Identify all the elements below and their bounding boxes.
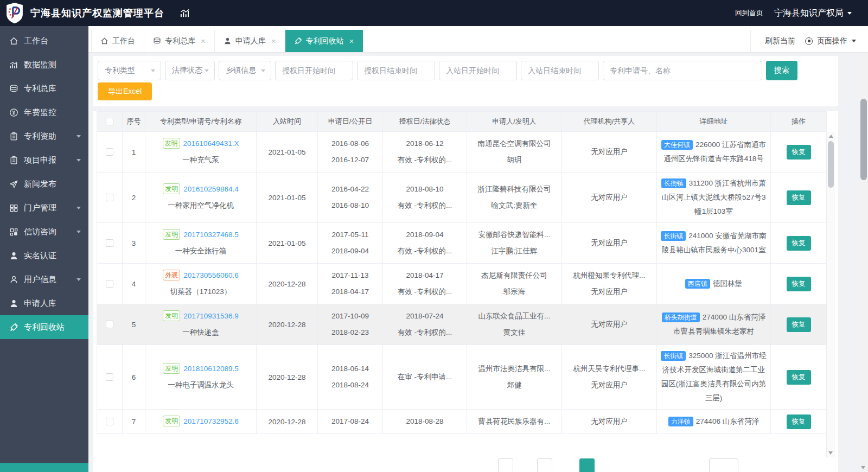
row-checkbox[interactable] (106, 194, 113, 201)
page-actions-menu[interactable]: 页面操作 (805, 36, 856, 46)
restore-button[interactable]: 恢复 (787, 317, 811, 332)
org-user-menu[interactable]: 宁海县知识产权局 (774, 8, 852, 19)
pagination-current-page[interactable] (579, 458, 595, 472)
patent-number-link[interactable]: 201710732952.6 (183, 417, 238, 425)
tab-applicant-library[interactable]: 申请人库× (215, 30, 285, 52)
app-header: 宁海县知识产权监测管理平台 回到首页 宁海县知识产权局 (0, 0, 868, 26)
clipboard-icon (9, 132, 18, 141)
back-home-link[interactable]: 回到首页 (735, 8, 763, 18)
inventor: 邬宗海 (470, 284, 558, 300)
close-icon[interactable]: × (349, 37, 354, 45)
pagination-jump-input[interactable] (709, 458, 738, 472)
patent-number-link[interactable]: 201610649431.X (183, 139, 239, 148)
address-cell: 大佳何镇226000 江苏省南通市通州区先锋街道青年东路418号 (657, 132, 771, 173)
restore-button[interactable]: 恢复 (787, 277, 811, 291)
chevron-down-icon (76, 159, 81, 162)
home-icon (100, 37, 108, 45)
sidebar-item-patent-library[interactable]: 专利总库 (0, 76, 88, 100)
row-checkbox[interactable] (106, 321, 113, 328)
restore-button[interactable]: 恢复 (787, 190, 811, 205)
pagination-button[interactable] (537, 458, 552, 472)
page-scrollbar[interactable] (859, 53, 868, 472)
page-scrollbar-thumb[interactable] (860, 99, 867, 180)
column-header: 操作 (771, 112, 827, 132)
seq-cell: 2 (123, 173, 145, 223)
date-input-3[interactable] (521, 61, 599, 80)
sidebar-item-petition-consult[interactable]: 信访咨询 (0, 220, 88, 244)
restore-button[interactable]: 恢复 (787, 236, 811, 251)
sidebar-item-portal-manage[interactable]: 门户管理 (0, 196, 88, 220)
tab-workbench[interactable]: 工作台 (91, 30, 144, 52)
sidebar-item-label: 专利回收站 (24, 322, 81, 333)
sidebar-item-data-monitor[interactable]: 数据监测 (0, 53, 88, 76)
layers-icon (153, 37, 161, 45)
scroll-down-arrow-icon[interactable] (828, 451, 833, 455)
action-cell: 恢复 (771, 345, 827, 410)
patent-number-link[interactable]: 201610259864.4 (183, 185, 238, 193)
page-actions-label: 页面操作 (817, 36, 847, 46)
export-excel-button[interactable]: 导出Excel (98, 82, 152, 100)
sidebar-item-realname-auth[interactable]: 实名认证 (0, 244, 88, 267)
restore-button[interactable]: 恢复 (787, 370, 811, 385)
chevron-down-icon (76, 135, 81, 138)
row-checkbox[interactable] (106, 373, 113, 381)
patent-number-link[interactable]: 201730556060.6 (183, 271, 238, 279)
keyword-input[interactable] (603, 61, 762, 80)
tab-patent-library[interactable]: 专利总库× (144, 30, 215, 52)
sidebar: 工作台数据监测专利总库年费监控专利资助项目申报新闻发布门户管理信访咨询实名认证用… (0, 26, 88, 463)
date-input-1[interactable] (357, 61, 435, 80)
sidebar-item-annual-fee[interactable]: 年费监控 (0, 100, 88, 124)
close-icon[interactable]: × (201, 37, 206, 45)
search-button[interactable]: 搜索 (766, 61, 797, 80)
table-row: 7发明201710732952.62020-12-282017-08-24201… (97, 410, 827, 434)
close-icon[interactable]: × (271, 37, 276, 45)
row-checkbox[interactable] (106, 280, 113, 288)
patent-cell: 发明201710732952.6 (145, 410, 257, 434)
apply-publish-cell: 2018-06-142018-08-24 (318, 345, 383, 410)
filter-select-1[interactable]: 法律状态 (165, 61, 215, 80)
action-cell: 恢复 (771, 132, 827, 173)
scroll-down-arrow-icon[interactable] (861, 466, 865, 469)
sidebar-item-applicant-library[interactable]: 申请人库 (0, 291, 88, 315)
sidebar-item-patent-subsidy[interactable]: 专利资助 (0, 124, 88, 148)
patent-number-link[interactable]: 201710327468.5 (183, 231, 238, 239)
column-header: 详细地址 (657, 112, 771, 132)
seq-cell: 3 (123, 223, 145, 264)
address-cell: 长街镇325000 浙江省温州市经济技术开发区海城街道第二工业园区(浙江富奥洁具… (657, 345, 771, 410)
apply-publish-cell: 2016-08-062016-12-07 (318, 132, 383, 173)
legal-status: 有效 -专利权的... (386, 243, 463, 259)
patent-number-link[interactable]: 201810612089.5 (183, 365, 238, 373)
grant-date: 2018-08-28 (386, 413, 463, 430)
row-checkbox[interactable] (106, 239, 113, 247)
legal-status: 有效 -专利权的... (386, 284, 463, 300)
select-all-checkbox[interactable] (106, 118, 113, 125)
grant-status-cell: 2018-08-10有效 -专利权的... (383, 173, 467, 223)
table-scrollbar-thumb[interactable] (828, 141, 834, 188)
sidebar-item-project-declare[interactable]: 项目申报 (0, 148, 88, 172)
restore-button[interactable]: 恢复 (787, 414, 811, 429)
restore-button[interactable]: 恢复 (787, 145, 811, 160)
pagination-button[interactable] (498, 458, 513, 472)
filter-row: 专利类型法律状态乡镇信息搜索 (93, 56, 838, 80)
refresh-current-button[interactable]: 刷新当前 (765, 36, 795, 46)
patent-name: 一种安全旅行箱 (149, 243, 253, 259)
patent-name: 一种电子调温水龙头 (149, 377, 253, 393)
patent-number-link[interactable]: 201710931536.9 (183, 312, 238, 320)
sidebar-item-workbench[interactable]: 工作台 (0, 29, 88, 53)
date-input-2[interactable] (439, 61, 517, 80)
sidebar-item-patent-recycle[interactable]: 专利回收站 (0, 315, 88, 339)
sidebar-item-label: 项目申报 (24, 155, 76, 165)
header-right: 回到首页 宁海县知识产权局 (735, 8, 852, 19)
seq-cell: 4 (123, 264, 145, 304)
table-scrollbar[interactable] (826, 132, 835, 457)
sidebar-item-user-info[interactable]: 用户信息 (0, 267, 88, 291)
scroll-up-arrow-icon[interactable] (829, 135, 833, 138)
row-checkbox[interactable] (106, 148, 113, 156)
tab-patent-recycle[interactable]: 专利回收站× (285, 30, 363, 52)
filter-select-0[interactable]: 专利类型 (98, 61, 161, 80)
grant-status-cell: 2018-07-24有效 -专利权的... (383, 304, 467, 345)
row-checkbox[interactable] (106, 418, 113, 425)
filter-select-2[interactable]: 乡镇信息 (219, 61, 271, 80)
sidebar-item-news-publish[interactable]: 新闻发布 (0, 172, 88, 196)
date-input-0[interactable] (275, 61, 353, 80)
